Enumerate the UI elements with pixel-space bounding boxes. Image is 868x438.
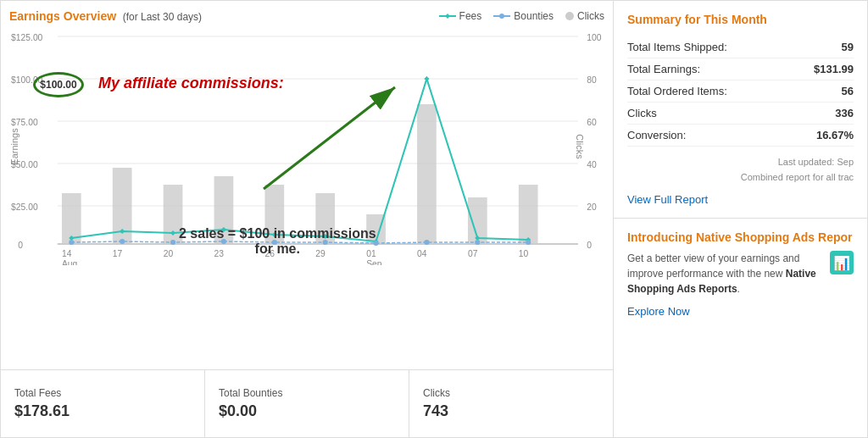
svg-text:17: 17	[113, 249, 123, 258]
native-ads-icon: 📊	[830, 251, 854, 274]
svg-text:Sep: Sep	[366, 259, 382, 265]
explore-now-link[interactable]: Explore Now	[627, 305, 854, 318]
summary-row-shipped: Total Items Shipped: 59	[627, 36, 854, 58]
svg-text:60: 60	[587, 118, 597, 127]
svg-point-48	[170, 240, 175, 245]
summary-key-shipped: Total Items Shipped:	[627, 41, 727, 53]
legend-bounties: Bounties	[493, 10, 554, 22]
summary-key-earnings: Total Earnings:	[627, 63, 700, 75]
svg-text:Aug: Aug	[62, 259, 77, 265]
summary-section: Summary for This Month Total Items Shipp…	[614, 1, 867, 219]
summary-val-clicks: 336	[835, 107, 854, 119]
stat-box-bounties: Total Bounties $0.00	[205, 370, 409, 437]
svg-text:100: 100	[587, 33, 602, 42]
summary-title: Summary for This Month	[627, 13, 854, 26]
svg-text:$75.00: $75.00	[11, 118, 38, 127]
legend-bounties-label: Bounties	[514, 10, 554, 22]
summary-val-ordered: 56	[842, 85, 854, 97]
native-ads-body: Get a better view of your earnings and i…	[627, 251, 854, 297]
native-ads-text: Get a better view of your earnings and i…	[627, 251, 823, 297]
svg-text:20: 20	[587, 202, 597, 212]
stat-bounties-label: Total Bounties	[219, 387, 395, 399]
native-ads-title: Introducing Native Shopping Ads Repor	[627, 230, 854, 244]
view-full-report-link[interactable]: View Full Report	[627, 193, 854, 206]
svg-text:14: 14	[62, 249, 72, 258]
native-ads-body-text: Get a better view of your earnings and i…	[627, 252, 799, 280]
legend-clicks-label: Clicks	[577, 10, 604, 22]
legend-clicks: Clicks	[565, 10, 604, 22]
summary-val-earnings: $131.99	[814, 63, 854, 75]
last-updated: Last updated: Sep Combined report for al…	[627, 155, 854, 185]
svg-point-47	[120, 239, 125, 244]
bottom-stats: Total Fees $178.61 Total Bounties $0.00 …	[1, 369, 613, 437]
svg-marker-43	[424, 76, 429, 81]
legend-fees: Fees	[439, 10, 482, 22]
chart-area: Earnings Overview (for Last 30 days) Fee…	[1, 1, 613, 369]
chart-container: $100.00 My affiliate commissions: $125.0…	[9, 28, 604, 265]
annotation-circle-text: $100.00	[40, 79, 76, 91]
stat-clicks-label: Clicks	[423, 387, 599, 399]
combined-report-text: Combined report for all trac	[627, 170, 854, 186]
summary-row-clicks: Clicks 336	[627, 103, 854, 125]
summary-key-clicks: Clicks	[627, 107, 657, 119]
svg-text:04: 04	[417, 249, 427, 258]
svg-text:80: 80	[587, 75, 597, 85]
summary-row-conversion: Conversion: 16.67%	[627, 125, 854, 147]
chart-title: Earnings Overview (for Last 30 days)	[9, 9, 202, 23]
svg-text:$125.00: $125.00	[11, 33, 43, 42]
svg-text:$25.00: $25.00	[11, 202, 38, 212]
svg-text:0: 0	[587, 241, 592, 250]
svg-point-46	[69, 240, 74, 245]
svg-text:20: 20	[164, 249, 174, 258]
svg-text:0: 0	[18, 241, 23, 250]
summary-row-earnings: Total Earnings: $131.99	[627, 58, 854, 80]
summary-key-conversion: Conversion:	[627, 129, 686, 141]
summary-row-ordered: Total Ordered Items: 56	[627, 80, 854, 103]
stat-box-fees: Total Fees $178.61	[1, 370, 205, 437]
summary-val-shipped: 59	[842, 41, 854, 53]
chart-legend: Fees Bounties Clicks	[439, 10, 604, 22]
stat-fees-value: $178.61	[14, 402, 191, 420]
svg-text:Earnings: Earnings	[9, 128, 19, 165]
svg-point-54	[475, 240, 480, 245]
svg-point-3	[499, 14, 504, 19]
chart-subtitle: (for Last 30 days)	[123, 11, 202, 23]
native-ads-section: Introducing Native Shopping Ads Repor Ge…	[614, 219, 867, 437]
stat-bounties-value: $0.00	[219, 402, 395, 420]
svg-text:40: 40	[587, 160, 597, 169]
left-panel: Earnings Overview (for Last 30 days) Fee…	[0, 0, 614, 438]
right-panel: Summary for This Month Total Items Shipp…	[614, 0, 868, 438]
annotation-arrow-svg	[238, 79, 425, 214]
svg-point-53	[424, 240, 429, 245]
svg-line-5	[264, 87, 395, 189]
svg-text:10: 10	[519, 249, 529, 258]
summary-val-conversion: 16.67%	[816, 129, 854, 141]
svg-marker-1	[445, 14, 450, 19]
chart-title-text: Earnings Overview	[9, 9, 116, 23]
svg-text:07: 07	[468, 249, 478, 258]
svg-point-55	[526, 240, 531, 245]
chart-header: Earnings Overview (for Last 30 days) Fee…	[9, 9, 604, 23]
svg-rect-35	[519, 185, 538, 244]
svg-text:Clicks: Clicks	[575, 134, 585, 159]
annotation-circle: $100.00	[33, 72, 84, 97]
annotation-bottom-text: 2 sales = $100 in commissionsfor me.	[179, 226, 376, 257]
summary-key-ordered: Total Ordered Items:	[627, 85, 727, 97]
last-updated-text: Last updated: Sep	[627, 155, 854, 170]
stat-box-clicks: Clicks 743	[409, 370, 613, 437]
stat-clicks-value: 743	[423, 402, 599, 420]
stat-fees-label: Total Fees	[14, 387, 191, 399]
legend-fees-label: Fees	[459, 10, 482, 22]
